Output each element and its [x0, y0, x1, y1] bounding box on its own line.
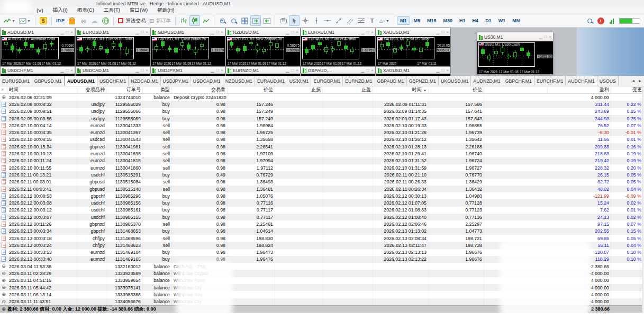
shapes-button[interactable]: △○▼: [378, 15, 391, 26]
candlestick-mode-button[interactable]: [189, 15, 200, 26]
timeframe-h1[interactable]: H1: [456, 16, 469, 25]
chart-shift-button[interactable]: [250, 15, 261, 26]
table-scrollbar[interactable]: [642, 86, 644, 313]
minimize-icon[interactable]: ▁: [436, 30, 439, 34]
maximize-icon[interactable]: □: [544, 35, 547, 39]
chart-window-usdchfm1[interactable]: USDCHF,M1▁□×: [0, 66, 75, 76]
tab-eurnzdm1[interactable]: EURNZD,M1: [343, 76, 375, 86]
tab-eurusdm1[interactable]: EURUSD,M1: [0, 76, 32, 86]
tab-audusdm1[interactable]: AUDUSD,M1: [65, 76, 97, 86]
tab-nzdcadm1[interactable]: NZDCAD,M1: [129, 76, 160, 86]
algo-trading-button[interactable]: 算法交易: [116, 15, 147, 26]
maximize-icon[interactable]: □: [216, 30, 219, 34]
menu-item-5[interactable]: 帮助(H): [152, 7, 179, 14]
header-change[interactable]: 变更: [611, 86, 644, 93]
minimize-icon[interactable]: ▁: [135, 30, 139, 34]
vertical-line-button[interactable]: [311, 15, 322, 26]
new-chart-button[interactable]: ▼: [2, 15, 17, 26]
close-icon[interactable]: ×: [1, 87, 4, 92]
maximize-icon[interactable]: □: [141, 68, 143, 73]
menu-item-0[interactable]: (V): [32, 7, 48, 13]
scroll-left-arrow[interactable]: ◄: [631, 79, 635, 83]
history-row[interactable]: 2026.02.10 00:11:55eurnzd1130041860sell0…: [0, 164, 644, 171]
header-type[interactable]: 类型: [143, 86, 172, 93]
notifications-button[interactable]: 1: [595, 15, 606, 26]
close-icon[interactable]: ×: [371, 68, 374, 73]
minimize-icon[interactable]: ▁: [361, 30, 364, 34]
minimize-icon[interactable]: ▁: [539, 35, 542, 39]
search-button[interactable]: [584, 15, 595, 26]
timeframe-w1[interactable]: W1: [495, 16, 509, 25]
tab-gbpnzdm1[interactable]: GBPNZD,M1: [407, 76, 439, 86]
channel-button[interactable]: [344, 15, 355, 26]
tab-nzdusdm1[interactable]: NZDUSD,M1: [223, 76, 255, 86]
maximize-icon[interactable]: □: [216, 68, 219, 73]
minimize-icon[interactable]: ▁: [286, 30, 289, 34]
close-icon[interactable]: ×: [70, 30, 73, 34]
history-row[interactable]: 2026.02.11 00:13:21usdchf1130515291buy0.…: [0, 171, 644, 178]
menu-item-2[interactable]: 图表(C): [72, 7, 99, 14]
chart-window-eurusd[interactable]: EURUSD,M1▁□×EURUSD, M1: Euro vs US Dolla…: [75, 28, 150, 66]
line-chart-mode-button[interactable]: [201, 15, 211, 26]
tab-usdcadm1[interactable]: USDCAD,M1: [191, 76, 223, 86]
history-row[interactable]: 2026.02.12 00:11:26gbpnzd1130985370sell0…: [0, 220, 644, 227]
tab-audnzdm1[interactable]: AUDNZD,M1: [471, 76, 503, 86]
tab-gbpaudm1[interactable]: GBPAUD,M1: [375, 76, 407, 86]
close-icon[interactable]: ×: [146, 30, 148, 34]
menu-item-3[interactable]: 工具(T): [99, 7, 125, 14]
header-order[interactable]: 订单号: [107, 86, 143, 93]
auto-scroll-button[interactable]: [261, 15, 272, 26]
maximize-icon[interactable]: □: [66, 68, 68, 73]
menu-item-1[interactable]: 插入(I): [48, 7, 72, 14]
metaeditor-button[interactable]: IDE: [55, 15, 67, 26]
close-icon[interactable]: ×: [296, 68, 298, 73]
close-icon[interactable]: ×: [371, 30, 374, 34]
close-icon[interactable]: ×: [549, 35, 551, 39]
header-profit[interactable]: 盈利: [548, 86, 611, 93]
maximize-icon[interactable]: □: [366, 68, 369, 73]
history-row[interactable]: 2026.02.10 00:11:24eurnzd1130041815sell0…: [0, 157, 644, 164]
fibonacci-button[interactable]: [356, 15, 366, 26]
chart-window-eurnzdm1[interactable]: EURNZD,M1▁□×: [225, 66, 301, 76]
history-row[interactable]: 2026.02.09 00:08:32usdjpy1129555029buy0.…: [0, 101, 644, 108]
header-tp[interactable]: 止盈: [323, 86, 373, 93]
maximize-icon[interactable]: □: [141, 30, 143, 34]
header-sl[interactable]: 止损: [275, 86, 323, 93]
history-row[interactable]: 2026.02.09 00:09:56usdjpy1129555069buy0.…: [0, 115, 644, 122]
history-row[interactable]: 2026.02.11 00:03:41gbpusd1130515148sell0…: [0, 186, 644, 192]
tab-us30m1[interactable]: US30,M1: [287, 76, 312, 86]
chart-window-gbpaud[interactable]: GBPAUD,...▁□×: [301, 66, 376, 76]
history-row[interactable]: 2026.02.10 00:04:35eurnzd1130041367sell0…: [0, 129, 644, 136]
timeframe-d1[interactable]: D1: [482, 16, 495, 25]
close-icon[interactable]: ×: [221, 30, 223, 34]
maximize-icon[interactable]: □: [291, 30, 294, 34]
close-icon[interactable]: ×: [446, 68, 449, 73]
header-close-time[interactable]: 时间▲: [373, 86, 429, 93]
tab-audchfm1[interactable]: AUDCHF,M1: [566, 76, 597, 86]
minimize-icon[interactable]: ▁: [60, 30, 64, 34]
bar-chart-mode-button[interactable]: [178, 15, 189, 26]
market-button[interactable]: [67, 15, 77, 26]
history-row[interactable]: 2026.02.10 00:04:14eurnzd1130041333sell0…: [0, 122, 644, 129]
maximize-icon[interactable]: □: [66, 30, 68, 34]
tab-usous[interactable]: USOUS: [597, 76, 619, 86]
tab-eurgbpm1[interactable]: EURGBP,M1: [311, 76, 343, 86]
minimize-icon[interactable]: ▁: [60, 68, 64, 73]
history-row[interactable]: 2026.02.11 00:03:01gbpusd1130515084sell0…: [0, 179, 644, 186]
crosshair-button[interactable]: [300, 15, 311, 26]
cloud-button[interactable]: ☁: [89, 15, 99, 26]
tab-gbpchfm1[interactable]: GBPCHF,M1: [503, 76, 534, 86]
minimize-icon[interactable]: ▁: [286, 68, 289, 73]
minimize-icon[interactable]: ▁: [361, 68, 364, 73]
maximize-icon[interactable]: □: [291, 68, 294, 73]
header-volume[interactable]: 交易量: [172, 86, 228, 93]
minimize-icon[interactable]: ▁: [135, 68, 139, 73]
history-row[interactable]: 2026.02.12 00:03:12usdchf1130985161buy0.…: [0, 207, 644, 214]
chart-window-xauusd[interactable]: XAUUSD,M1▁□×XAUUSD, M1: Gold US Dollar50…: [376, 28, 451, 66]
screenshot-button[interactable]: [278, 15, 288, 26]
close-icon[interactable]: ×: [146, 68, 148, 73]
chart-window-audusd[interactable]: AUDUSD,M1▁□×AUDUSD, M1: Australian Dolla…: [0, 28, 75, 66]
timeframe-h4[interactable]: H4: [469, 16, 482, 25]
chart-window-gbpusd[interactable]: GBPUSD,M1▁□×GBPUSD, M1: Great Britain Po…: [150, 28, 225, 66]
text-tool-button[interactable]: T: [367, 15, 377, 26]
